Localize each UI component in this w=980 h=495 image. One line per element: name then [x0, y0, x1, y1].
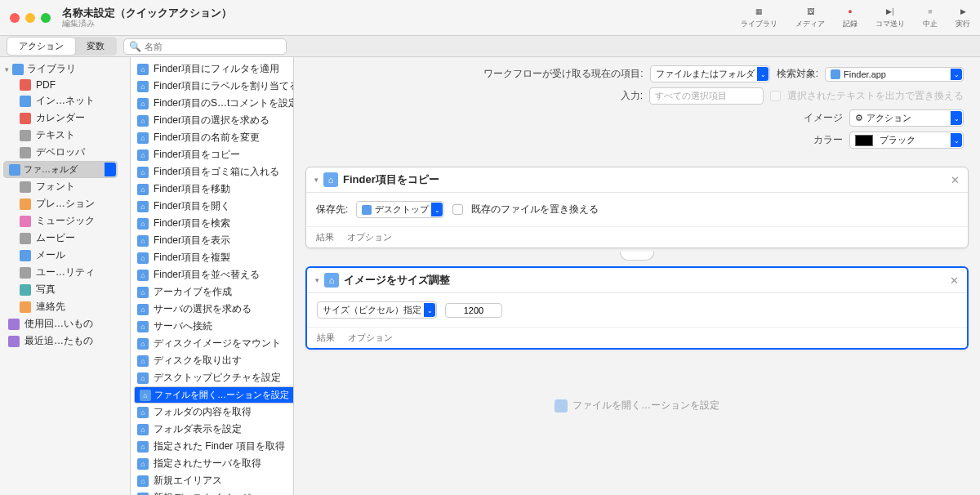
action-item[interactable]: ⌂Finder項目を開く	[131, 198, 293, 215]
collapse-icon[interactable]: ▾	[314, 176, 318, 184]
action-item[interactable]: ⌂Finder項目を複製	[131, 249, 293, 266]
size-input[interactable]	[445, 303, 502, 318]
config-row: イメージ⚙ アクション⌄	[310, 109, 964, 127]
sidebar-item[interactable]: 写真	[3, 281, 127, 298]
workflow-canvas[interactable]: ワークフローが受け取る現在の項目:ファイルまたはフォルダ⌄検索対象: Finde…	[294, 57, 980, 495]
sidebar-item-label: メール	[36, 248, 65, 262]
toolbar-label: メディア	[795, 19, 825, 29]
action-item[interactable]: ⌂Finder項目を移動	[131, 181, 293, 198]
action-item[interactable]: ⌂新規ディスクイメージ	[131, 489, 293, 495]
collapse-icon[interactable]: ▾	[315, 276, 319, 284]
toolbar-library[interactable]: ▦ライブラリ	[741, 6, 777, 29]
action-item[interactable]: ⌂新規エイリアス	[131, 472, 293, 489]
action-item[interactable]: ⌂Finder項目の選択を求める	[131, 112, 293, 129]
sidebar-item[interactable]: フォント	[3, 178, 127, 195]
action-item[interactable]: ⌂Finder項目を表示	[131, 232, 293, 249]
config-select[interactable]: ファイルまたはフォルダ⌄	[650, 65, 770, 82]
action-search[interactable]: 🔍	[123, 38, 287, 55]
action-item[interactable]: ⌂フォルダの内容を取得	[131, 404, 293, 421]
action-item[interactable]: ⌂アーカイブを作成	[131, 283, 293, 301]
toolbar-media[interactable]: 🖼メディア	[795, 6, 825, 29]
ghost-action[interactable]: ファイルを開く…ーションを設定	[294, 399, 980, 412]
sidebar-item[interactable]: イン…ネット	[3, 92, 127, 109]
finder-icon: ⌂	[137, 355, 149, 367]
search-input[interactable]	[145, 42, 281, 51]
action-item[interactable]: ⌂Finder項目にラベルを割り当てる	[131, 78, 293, 95]
action-label: ファイルを開く…ーションを設定	[154, 389, 289, 401]
zoom-window[interactable]	[41, 13, 51, 23]
options-link[interactable]: オプション	[347, 231, 392, 243]
finder-icon: ⌂	[137, 184, 149, 195]
toolbar-record[interactable]: ●記録	[843, 6, 858, 29]
results-link[interactable]: 結果	[316, 231, 334, 243]
sidebar-group[interactable]: ▾ライブラリ	[0, 60, 130, 78]
close-window[interactable]	[10, 13, 20, 23]
action-item[interactable]: ⌂Finder項目をゴミ箱に入れる	[131, 163, 293, 181]
action-label: Finder項目の選択を求める	[154, 114, 270, 127]
category-icon	[9, 164, 20, 176]
action-item[interactable]: ⌂フォルダ表示を設定	[131, 421, 293, 438]
action-item[interactable]: ⌂デスクトップピクチャを設定	[131, 369, 293, 386]
step-connector	[294, 252, 980, 263]
library-tabs[interactable]: アクション 変数	[7, 37, 117, 56]
sidebar-item[interactable]: テキスト	[3, 127, 127, 144]
config-select[interactable]: ブラック⌄	[849, 132, 964, 149]
finder-icon: ⌂	[137, 81, 149, 92]
action-item[interactable]: ⌂指定された Finder 項目を取得	[131, 438, 293, 455]
sidebar-item[interactable]: 最近追…たもの	[3, 332, 127, 350]
action-item[interactable]: ⌂Finder項目を並べ替える	[131, 266, 293, 283]
sidebar-item[interactable]: PDF	[3, 78, 127, 92]
title-subtitle: 編集済み	[62, 19, 232, 29]
finder-icon: ⌂	[137, 321, 149, 332]
sidebar-item[interactable]: ファ…ォルダ	[3, 161, 118, 178]
close-icon[interactable]: ✕	[950, 274, 959, 287]
action-list[interactable]: ⌂Finder項目にフィルタを適用⌂Finder項目にラベルを割り当てる⌂Fin…	[131, 57, 294, 495]
config-row: 入力:すべての選択項目⌄選択されたテキストを出力で置き換える	[310, 87, 964, 105]
size-mode-select[interactable]: サイズ（ピクセル）指定⌄	[317, 301, 437, 319]
action-item[interactable]: ⌂ディスクを取り出す	[131, 352, 293, 369]
action-item[interactable]: ⌂Finder項目にフィルタを適用	[131, 60, 293, 78]
config-select[interactable]: Finder.app⌄	[825, 67, 964, 82]
action-item[interactable]: ⌂サーバの選択を求める	[131, 301, 293, 318]
sidebar-item[interactable]: ムービー	[3, 230, 127, 247]
sidebar-item[interactable]: 使用回…いもの	[3, 315, 127, 332]
minimize-window[interactable]	[25, 13, 35, 23]
options-link[interactable]: オプション	[348, 332, 393, 344]
toolbar-run[interactable]: ▶実行	[956, 6, 970, 29]
sidebar-item[interactable]: カレンダー	[3, 109, 127, 127]
tab-variables[interactable]: 変数	[75, 38, 116, 55]
sidebar-item[interactable]: ユー…リティ	[3, 264, 127, 281]
checkbox[interactable]	[452, 204, 463, 215]
results-link[interactable]: 結果	[317, 332, 335, 344]
action-item[interactable]: ⌂ディスクイメージをマウント	[131, 335, 293, 352]
step-body: サイズ（ピクセル）指定⌄	[307, 293, 967, 327]
action-item[interactable]: ⌂Finder項目の名前を変更	[131, 129, 293, 146]
sidebar-item[interactable]: プレ…ション	[3, 195, 127, 212]
close-icon[interactable]: ✕	[951, 174, 960, 186]
action-item[interactable]: ⌂Finder項目のS…tコメントを設定	[131, 95, 293, 112]
action-item[interactable]: ⌂指定されたサーバを取得	[131, 455, 293, 472]
action-item[interactable]: ⌂サーバへ接続	[131, 318, 293, 335]
workflow-step[interactable]: ▾ ⌂ Finder項目をコピー ✕ 保存先: デスクトップ⌄ 既存のファイルを…	[305, 167, 969, 248]
sidebar-item[interactable]: 連絡先	[3, 298, 127, 315]
sidebar-item[interactable]: デベロッパ	[3, 144, 127, 161]
step-header: ▾ ⌂ Finder項目をコピー ✕	[306, 167, 968, 193]
action-item[interactable]: ⌂Finder項目を検索	[131, 215, 293, 232]
chevron-icon: ⌄	[760, 70, 766, 78]
workflow-step[interactable]: ▾ ⌂ イメージをサイズ調整 ✕ サイズ（ピクセル）指定⌄ 結果 オプション	[305, 266, 969, 350]
category-sidebar[interactable]: ▾ライブラリPDFイン…ネットカレンダーテキストデベロッパファ…ォルダフォントプ…	[0, 57, 131, 495]
action-item[interactable]: ⌂Finder項目をコピー	[131, 146, 293, 163]
toolbar-step[interactable]: ▶|コマ送り	[875, 6, 905, 29]
sidebar-item[interactable]: ミュージック	[3, 212, 127, 230]
chevron-icon: ⌄	[954, 136, 960, 144]
sidebar-item-label: プレ…ション	[36, 197, 95, 211]
action-item[interactable]: ⌂ファイルを開く…ーションを設定	[134, 386, 294, 404]
destination-select[interactable]: デスクトップ⌄	[356, 201, 444, 218]
sidebar-item[interactable]: メール	[3, 247, 127, 264]
toolbar-label: 記録	[843, 19, 858, 29]
config-select[interactable]: ⚙ アクション⌄	[849, 109, 964, 127]
tab-action[interactable]: アクション	[7, 38, 75, 55]
sidebar-item-label: フォント	[36, 180, 75, 194]
toolbar-label: 実行	[956, 19, 970, 29]
toolbar-stop[interactable]: ■中止	[923, 6, 938, 29]
